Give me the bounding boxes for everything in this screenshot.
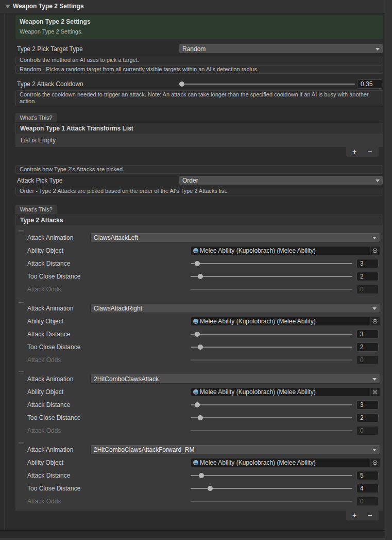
ability-object-value: Melee Ability (Kupolobrach) (Melee Abili… — [200, 388, 316, 396]
attack-animation-dropdown[interactable]: 2HitComboClawsAttack — [90, 374, 380, 384]
drag-handle-icon[interactable] — [19, 301, 24, 303]
attack-pick-mode-helpbox: Order - Type 2 Attacks are picked based … — [15, 187, 383, 195]
attack-odds-slider — [191, 501, 352, 502]
object-picker-icon[interactable] — [370, 388, 380, 396]
ability-object-field[interactable]: Melee Ability (Kupolobrach) (Melee Abili… — [191, 246, 380, 255]
object-picker-icon[interactable] — [370, 459, 380, 467]
cooldown-row: Type 2 Attack Cooldown 0.35 — [0, 79, 392, 89]
attack-distance-value[interactable]: 5 — [356, 471, 379, 480]
ability-object-value: Melee Ability (Kupolobrach) (Melee Abili… — [200, 247, 316, 255]
drag-handle-icon[interactable] — [19, 371, 24, 374]
too-close-distance-slider[interactable] — [191, 276, 352, 277]
chevron-down-icon — [372, 449, 377, 451]
too-close-distance-slider[interactable] — [191, 347, 352, 348]
attack-distance-handle[interactable] — [195, 402, 200, 407]
attack-odds-value: 0 — [356, 497, 379, 506]
chevron-down-icon — [372, 378, 377, 381]
too-close-distance-label: Too Close Distance — [27, 342, 80, 352]
attacks-list-header: Type 2 Attacks — [15, 215, 383, 225]
too-close-distance-handle[interactable] — [198, 274, 203, 279]
too-close-distance-value[interactable]: 4 — [356, 484, 379, 493]
attack-animation-dropdown[interactable]: 2HitComboClawsAttackForward_RM — [90, 445, 380, 454]
add-attack-button[interactable]: + — [347, 511, 362, 520]
ability-object-field[interactable]: Melee Ability (Kupolobrach) (Melee Abili… — [191, 317, 380, 326]
attack-distance-handle[interactable] — [195, 261, 200, 266]
drag-handle-icon[interactable] — [19, 230, 24, 233]
attack-distance-slider[interactable] — [191, 404, 352, 405]
attack-animation-dropdown[interactable]: ClawsAttackLeft — [90, 233, 380, 242]
remove-transform-button[interactable]: − — [363, 147, 377, 156]
scriptable-object-icon — [193, 318, 199, 324]
attack-animation-value: ClawsAttackRight — [94, 304, 142, 313]
attack-pick-label: Attack Pick Type — [17, 176, 62, 185]
attack-distance-handle[interactable] — [195, 332, 200, 337]
pick-target-helpbox: Controls the method an AI uses to pick a… — [15, 56, 383, 64]
drag-handle-icon[interactable] — [19, 442, 24, 445]
ability-object-value: Melee Ability (Kupolobrach) (Melee Abili… — [200, 459, 316, 467]
attack-pick-value: Order — [182, 176, 198, 185]
attack-pick-row: Attack Pick Type Order — [0, 176, 392, 185]
add-transform-button[interactable]: + — [347, 147, 362, 156]
ability-object-label: Ability Object — [27, 246, 63, 255]
whats-this-button-attacks[interactable]: What's This? — [15, 205, 57, 214]
too-close-distance-handle[interactable] — [198, 415, 203, 420]
too-close-distance-label: Too Close Distance — [27, 484, 80, 493]
attack-odds-slider — [191, 359, 352, 361]
ability-object-label: Ability Object — [27, 387, 63, 397]
banner-title: Weapon Type 2 Settings — [20, 18, 91, 25]
cooldown-slider-handle[interactable] — [179, 81, 184, 87]
chevron-down-icon — [376, 48, 380, 51]
attack-distance-label: Attack Distance — [27, 471, 70, 480]
attack-odds-slider — [191, 289, 352, 290]
too-close-distance-slider[interactable] — [191, 488, 352, 489]
too-close-distance-value[interactable]: 2 — [356, 342, 379, 352]
panel-left-divider — [4, 13, 5, 530]
attack-distance-value[interactable]: 3 — [356, 400, 379, 410]
chevron-down-icon — [376, 179, 380, 182]
attack-pick-dropdown[interactable]: Order — [179, 176, 383, 185]
attack-animation-value: ClawsAttackLeft — [94, 234, 138, 242]
scriptable-object-icon — [193, 460, 199, 466]
attack-distance-handle[interactable] — [199, 473, 204, 478]
foldout-header[interactable]: Weapon Type 2 Settings — [0, 0, 385, 13]
attack-animation-dropdown[interactable]: ClawsAttackRight — [90, 304, 380, 313]
transforms-list-body: List is Empty — [15, 134, 383, 147]
foldout-arrow-icon[interactable] — [5, 5, 10, 8]
attack-animation-value: 2HitComboClawsAttackForward_RM — [94, 446, 194, 454]
too-close-distance-value[interactable]: 2 — [356, 272, 379, 281]
scriptable-object-icon — [193, 248, 199, 254]
attack-distance-slider[interactable] — [191, 334, 352, 335]
chevron-down-icon — [372, 307, 377, 310]
too-close-distance-handle[interactable] — [208, 486, 213, 491]
cooldown-value-field[interactable]: 0.35 — [357, 79, 382, 89]
scriptable-object-icon — [193, 389, 199, 395]
whats-this-button-transforms[interactable]: What's This? — [15, 113, 57, 122]
cooldown-slider[interactable] — [179, 84, 355, 85]
object-picker-icon[interactable] — [370, 317, 380, 325]
too-close-distance-label: Too Close Distance — [27, 413, 80, 422]
pick-target-dropdown[interactable]: Random — [179, 44, 383, 54]
attack-pick-helpbox: Controls how Type 2's Attacks are picked… — [15, 165, 383, 174]
ability-object-field[interactable]: Melee Ability (Kupolobrach) (Melee Abili… — [191, 387, 380, 397]
pick-target-label: Type 2 Pick Target Type — [17, 44, 83, 54]
attack-distance-value[interactable]: 3 — [356, 259, 379, 268]
too-close-distance-slider[interactable] — [191, 417, 352, 418]
transforms-list-header: Weapon Type 1 Attack Transforms List — [15, 123, 383, 134]
attack-animation-label: Attack Animation — [27, 374, 73, 384]
too-close-distance-handle[interactable] — [198, 345, 203, 350]
too-close-distance-value[interactable]: 2 — [356, 413, 379, 422]
ability-object-field[interactable]: Melee Ability (Kupolobrach) (Melee Abili… — [191, 458, 380, 467]
attack-distance-value[interactable]: 3 — [356, 330, 379, 339]
attack-entry: Attack Animation ClawsAttackLeft Ability… — [15, 229, 383, 297]
attack-distance-slider[interactable] — [191, 475, 352, 476]
remove-attack-button[interactable]: − — [363, 511, 377, 520]
object-picker-icon[interactable] — [370, 247, 380, 255]
attack-distance-slider[interactable] — [191, 263, 352, 264]
ability-object-label: Ability Object — [27, 317, 63, 326]
attack-odds-label: Attack Odds — [27, 355, 61, 365]
attacks-list-toolbar: + − — [346, 511, 379, 520]
ability-object-label: Ability Object — [27, 458, 63, 467]
attack-entry: Attack Animation ClawsAttackRight Abilit… — [15, 300, 383, 368]
scrollbar-gutter[interactable] — [385, 0, 392, 540]
pick-target-row: Type 2 Pick Target Type Random — [0, 44, 392, 54]
